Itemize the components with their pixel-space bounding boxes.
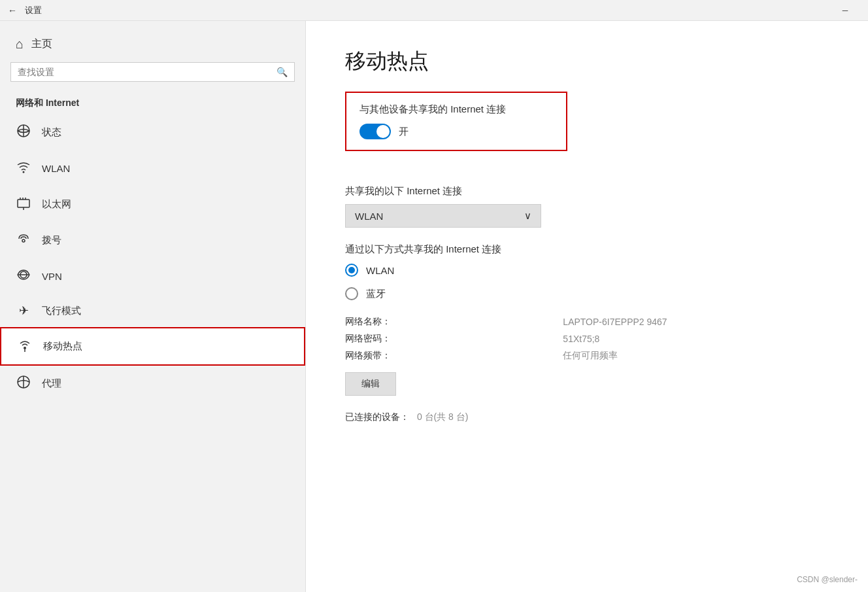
radio-wlan-outer: [345, 264, 358, 277]
sidebar-item-hotspot[interactable]: 移动热点: [0, 327, 305, 366]
search-input[interactable]: [18, 67, 271, 77]
watermark: CSDN @slender-: [797, 575, 858, 584]
toggle-row: 开: [359, 124, 553, 139]
vpn-icon: [16, 268, 31, 285]
status-icon: [16, 124, 31, 141]
proxy-icon: [16, 375, 31, 392]
radio-bluetooth-outer: [345, 287, 358, 300]
sidebar-item-label-airplane: 飞行模式: [42, 305, 81, 317]
hotspot-toggle-switch[interactable]: [359, 124, 391, 139]
connected-value: 0 台(共 8 台): [417, 411, 469, 422]
toggle-section-label: 与其他设备共享我的 Internet 连接: [359, 103, 553, 116]
search-box[interactable]: 🔍: [10, 62, 295, 82]
sidebar-item-label-vpn: VPN: [42, 271, 62, 282]
toggle-knob: [376, 125, 390, 138]
network-password-key: 网络密码：: [345, 333, 552, 345]
main-container: ⌂ 主页 🔍 网络和 Internet 状态: [0, 21, 868, 592]
connected-devices-row: 已连接的设备： 0 台(共 8 台): [345, 411, 829, 423]
radio-wlan[interactable]: WLAN: [345, 264, 829, 277]
sidebar-item-label-proxy: 代理: [42, 377, 61, 390]
network-band-key: 网络频带：: [345, 350, 552, 362]
sidebar: ⌂ 主页 🔍 网络和 Internet 状态: [0, 21, 306, 592]
search-icon: 🔍: [276, 67, 288, 77]
sidebar-section-title: 网络和 Internet: [0, 92, 305, 114]
hotspot-icon: [17, 338, 33, 355]
sidebar-item-proxy[interactable]: 代理: [0, 366, 305, 402]
sidebar-item-wlan[interactable]: WLAN: [0, 150, 305, 186]
svg-point-8: [22, 239, 25, 242]
wlan-icon: [16, 160, 31, 177]
network-password-value: 51Xt75;8: [563, 334, 829, 344]
home-label: 主页: [31, 37, 52, 51]
home-icon: ⌂: [16, 37, 24, 52]
title-bar: ← 设置 ─: [0, 0, 868, 21]
svg-point-11: [24, 347, 26, 349]
sidebar-item-label-dialup: 拨号: [42, 234, 61, 247]
sidebar-item-dialup[interactable]: 拨号: [0, 222, 305, 258]
sidebar-home-section[interactable]: ⌂ 主页: [0, 21, 305, 62]
svg-point-2: [23, 171, 25, 173]
network-band-value: 任何可用频率: [563, 350, 829, 362]
sidebar-item-ethernet[interactable]: 以太网: [0, 186, 305, 222]
minimize-button[interactable]: ─: [830, 0, 860, 21]
share-label: 共享我的以下 Internet 连接: [345, 185, 829, 198]
ethernet-icon: [16, 196, 31, 213]
radio-wlan-inner: [348, 267, 355, 273]
hotspot-toggle-box: 与其他设备共享我的 Internet 连接 开: [345, 92, 567, 151]
network-name-value: LAPTOP-6I7EPPP2 9467: [563, 317, 829, 327]
sidebar-item-label-wlan: WLAN: [42, 163, 70, 174]
edit-button[interactable]: 编辑: [345, 372, 396, 396]
svg-rect-3: [18, 200, 29, 207]
title-bar-controls: ─: [830, 0, 860, 21]
radio-group: WLAN 蓝牙: [345, 264, 829, 300]
radio-bluetooth[interactable]: 蓝牙: [345, 287, 829, 300]
title-bar-title: 设置: [25, 5, 42, 16]
share-via-label: 通过以下方式共享我的 Internet 连接: [345, 243, 829, 256]
dialup-icon: [16, 232, 31, 249]
share-dropdown-value: WLAN: [355, 211, 383, 222]
share-dropdown[interactable]: WLAN ∨: [345, 204, 541, 228]
sidebar-item-label-status: 状态: [42, 126, 61, 139]
sidebar-item-airplane[interactable]: ✈ 飞行模式: [0, 294, 305, 327]
back-button[interactable]: ←: [8, 5, 17, 16]
radio-bluetooth-label: 蓝牙: [366, 288, 386, 300]
connected-key: 已连接的设备：: [345, 411, 409, 422]
sidebar-item-status[interactable]: 状态: [0, 114, 305, 150]
radio-wlan-label: WLAN: [366, 265, 394, 276]
network-info-grid: 网络名称： LAPTOP-6I7EPPP2 9467 网络密码： 51Xt75;…: [345, 316, 829, 362]
network-name-key: 网络名称：: [345, 316, 552, 328]
content-area: 移动热点 与其他设备共享我的 Internet 连接 开 共享我的以下 Inte…: [306, 21, 868, 592]
airplane-icon: ✈: [16, 304, 31, 318]
sidebar-item-vpn[interactable]: VPN: [0, 258, 305, 294]
sidebar-item-label-hotspot: 移动热点: [43, 340, 82, 353]
toggle-on-label: 开: [399, 126, 409, 138]
page-title: 移动热点: [345, 47, 829, 76]
chevron-down-icon: ∨: [524, 210, 531, 222]
sidebar-item-label-ethernet: 以太网: [42, 198, 71, 211]
